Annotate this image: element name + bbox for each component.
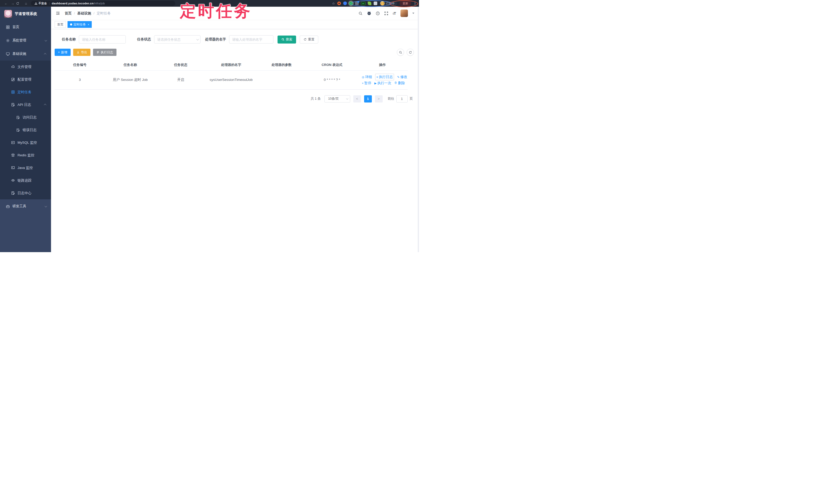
breadcrumb-separator: /	[93, 11, 94, 15]
cell-handler-param	[257, 70, 307, 89]
sidebar-item-redis[interactable]: Redis 监控	[0, 149, 51, 161]
task-status-select-input[interactable]	[154, 35, 200, 43]
tab-home[interactable]: 首页	[55, 21, 66, 28]
export-button[interactable]: 导出	[73, 49, 90, 56]
col-actions: 操作	[357, 59, 408, 70]
sidebar-item-devtools[interactable]: 研发工具	[0, 199, 51, 213]
edit-link[interactable]: ✎修改	[397, 74, 407, 80]
sidebar-item-label: 链路追踪	[18, 178, 46, 183]
close-icon[interactable]: ×	[88, 23, 89, 26]
download-icon	[76, 51, 80, 54]
goto-label: 前往	[388, 96, 394, 101]
goto-page-input[interactable]	[396, 95, 408, 103]
page-unit-label: 页	[410, 96, 413, 101]
help-icon[interactable]: ?	[376, 11, 380, 15]
user-avatar[interactable]	[400, 10, 408, 17]
sidebar-item-tracing[interactable]: 链路追踪	[0, 174, 51, 187]
detail-link[interactable]: ◎详细	[362, 74, 372, 80]
sidebar-item-log-center[interactable]: 日志中心	[0, 187, 51, 199]
user-menu-caret-icon[interactable]	[412, 13, 414, 14]
reload-icon[interactable]	[16, 2, 23, 5]
browser-update-button[interactable]: 更新	[399, 1, 411, 6]
search-button[interactable]: 搜索	[278, 36, 296, 43]
navbar-actions: ? tT	[359, 10, 414, 17]
search-icon	[399, 51, 402, 54]
refresh-icon	[409, 51, 412, 54]
handler-name-input[interactable]	[229, 35, 274, 43]
sidebar-item-access-log[interactable]: 访问日志	[0, 111, 51, 124]
sidebar-item-java[interactable]: Java 监控	[0, 161, 51, 174]
security-warning[interactable]: 不安全	[35, 2, 47, 5]
exec-log-link[interactable]: ≡执行日志	[375, 74, 394, 80]
extension-icon[interactable]	[343, 2, 347, 5]
current-page-button[interactable]: 1	[364, 95, 372, 103]
col-job-name: 任务名称	[105, 59, 156, 70]
url-separator: |	[49, 2, 50, 5]
extension-icon[interactable]	[337, 2, 341, 5]
app-logo-row[interactable]: 芋道管理系统	[0, 7, 51, 20]
forward-icon[interactable]: →	[9, 2, 16, 5]
sidebar-collapse-icon[interactable]	[56, 11, 60, 15]
tab-job[interactable]: 定时任务 ×	[68, 21, 92, 28]
pause-link[interactable]: ×暂停	[362, 80, 371, 86]
profile-paused-chip[interactable]: 已暂停	[380, 1, 397, 6]
add-button-label: 新增	[61, 50, 67, 55]
add-button[interactable]: + 新增	[55, 49, 71, 56]
extension-icon[interactable]	[368, 2, 371, 5]
briefcase-icon	[6, 204, 10, 208]
app-title: 芋道管理系统	[15, 12, 37, 16]
search-icon[interactable]	[359, 11, 363, 15]
terminal-icon	[11, 166, 15, 170]
stack-icon	[11, 153, 15, 157]
breadcrumb-infra[interactable]: 基础设施	[77, 11, 91, 16]
table-row[interactable]: 3 用户 Session 超时 Job 开启 sysUserSessionTim…	[55, 70, 408, 89]
doc-pencil-icon	[16, 115, 20, 120]
sidebar-item-infra[interactable]: 基础设施	[0, 47, 51, 60]
warning-triangle-icon	[35, 2, 37, 5]
exec-log-button[interactable]: 执行日志	[93, 49, 117, 56]
sidebar-item-config[interactable]: 配置管理	[0, 73, 51, 86]
extension-on-badge[interactable]: on	[361, 2, 365, 5]
sidebar-item-system[interactable]: 系统管理	[0, 34, 51, 47]
extension-icon[interactable]	[349, 2, 353, 5]
breadcrumb-home[interactable]: 首页	[65, 11, 72, 16]
run-once-link[interactable]: ▶执行一次	[374, 80, 391, 86]
font-size-icon[interactable]: tT	[393, 11, 396, 15]
sidebar-item-api-log[interactable]: API 日志	[0, 98, 51, 111]
doc-pencil-icon	[11, 191, 15, 195]
sidebar-item-home[interactable]: 首页	[0, 20, 51, 34]
sidebar-bottom-section: 研发工具	[0, 199, 51, 252]
window-scrollbar[interactable]	[418, 7, 419, 252]
breadcrumb-separator: /	[74, 11, 75, 15]
task-name-input[interactable]	[79, 35, 126, 43]
monitor-icon	[6, 52, 10, 56]
home-icon[interactable]: ⌂	[23, 2, 29, 5]
sidebar-item-mysql[interactable]: MySQL 监控	[0, 136, 51, 149]
extension-icon[interactable]	[355, 2, 359, 5]
extensions-puzzle-icon[interactable]	[374, 2, 377, 5]
task-status-select[interactable]	[154, 35, 200, 43]
github-icon[interactable]	[367, 11, 371, 15]
sidebar-item-job[interactable]: 定时任务	[0, 86, 51, 98]
sidebar-item-error-log[interactable]: 错误日志	[0, 124, 51, 136]
prev-page-button[interactable]: <	[353, 95, 361, 103]
page-size-select[interactable]: 10条/页	[325, 95, 350, 103]
browser-menu-icon[interactable]	[414, 2, 416, 5]
refresh-button[interactable]	[407, 49, 414, 56]
delete-link[interactable]: 删除	[394, 80, 405, 86]
svg-text:?: ?	[377, 12, 379, 15]
bookmark-star-icon[interactable]: ☆	[332, 2, 335, 5]
chevron-down-icon	[45, 205, 47, 207]
pencil-icon: ✎	[397, 74, 399, 80]
sidebar-item-label: MySQL 监控	[18, 140, 46, 145]
fullscreen-icon[interactable]	[384, 11, 388, 15]
back-icon[interactable]: ←	[3, 2, 9, 5]
next-page-button[interactable]: >	[375, 95, 383, 103]
reset-button[interactable]: 重置	[300, 36, 318, 43]
address-bar[interactable]: 不安全 | dashboard.yudao.iocoder.cn/infra/j…	[31, 1, 175, 6]
active-tab-dot	[70, 23, 72, 25]
sidebar-item-label: 首页	[12, 25, 46, 29]
toggle-search-button[interactable]	[397, 49, 404, 56]
cell-actions: ◎详细≡执行日志✎修改 ×暂停▶执行一次删除	[357, 70, 408, 89]
sidebar-item-file[interactable]: 文件管理	[0, 60, 51, 73]
